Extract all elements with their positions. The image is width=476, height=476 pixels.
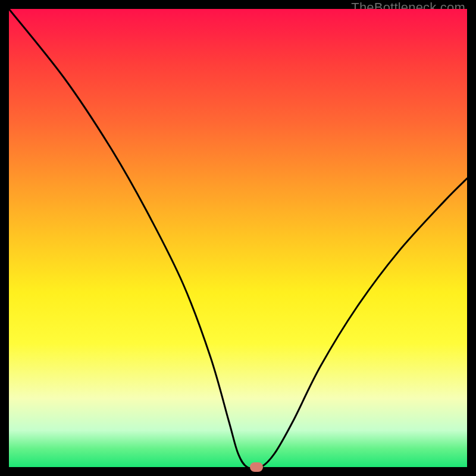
curve-path: [9, 9, 467, 467]
minimum-marker: [250, 462, 263, 472]
chart-container: TheBottleneck.com: [0, 0, 476, 476]
plot-area: [9, 9, 467, 467]
curve-svg: [9, 9, 467, 467]
